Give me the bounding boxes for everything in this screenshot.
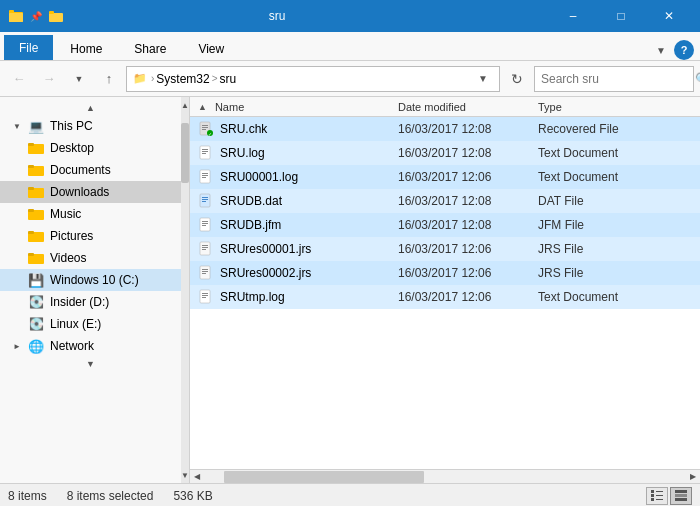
h-scroll-right-button[interactable]: ▶ xyxy=(686,470,700,484)
sidebar-label-music: Music xyxy=(50,207,81,221)
file-icon-jfm xyxy=(198,217,214,233)
sidebar-label-network: Network xyxy=(50,339,94,353)
col-date-label: Date modified xyxy=(398,101,466,113)
status-item-count: 8 items xyxy=(8,489,47,503)
svg-rect-42 xyxy=(202,245,208,246)
address-dropdown-button[interactable]: ▼ xyxy=(473,73,493,84)
recent-locations-button[interactable]: ▼ xyxy=(66,66,92,92)
this-pc-icon: 💻 xyxy=(28,118,44,134)
svg-rect-8 xyxy=(28,143,34,146)
drive-e-icon: 💽 xyxy=(28,316,44,332)
sidebar-item-pictures[interactable]: Pictures xyxy=(0,225,181,247)
svg-rect-14 xyxy=(28,209,34,212)
main-area: ▲ ▼ 💻 This PC Desktop xyxy=(0,97,700,483)
file-column-headers: ▲ Name Date modified Type xyxy=(190,97,700,117)
sidebar-item-documents[interactable]: Documents xyxy=(0,159,181,181)
sidebar-item-downloads[interactable]: Downloads xyxy=(0,181,181,203)
sidebar-item-insider-d[interactable]: 💽 Insider (D:) xyxy=(0,291,181,313)
svg-rect-48 xyxy=(202,273,206,274)
sidebar-item-network[interactable]: ► 🌐 Network xyxy=(0,335,181,357)
h-scroll-left-button[interactable]: ◀ xyxy=(190,470,204,484)
sidebar-scroll-down-button[interactable]: ▼ xyxy=(181,467,189,483)
svg-rect-50 xyxy=(202,293,208,294)
col-header-type[interactable]: Type xyxy=(530,99,700,115)
tab-view[interactable]: View xyxy=(183,37,239,60)
file-row-0[interactable]: ✓ SRU.chk 16/03/2017 12:08 Recovered Fil… xyxy=(190,117,700,141)
file-row-4[interactable]: SRUDB.jfm 16/03/2017 12:08 JFM File xyxy=(190,213,700,237)
sidebar-item-videos[interactable]: Videos xyxy=(0,247,181,269)
up-button[interactable]: ↑ xyxy=(96,66,122,92)
file-type-2: Text Document xyxy=(530,170,700,184)
view-toggle-buttons xyxy=(646,487,692,505)
address-path[interactable]: 📁 › System32 > sru ▼ xyxy=(126,66,500,92)
svg-text:✓: ✓ xyxy=(208,131,212,137)
svg-rect-28 xyxy=(202,153,206,154)
sidebar-item-windows-c[interactable]: 💾 Windows 10 (C:) xyxy=(0,269,181,291)
svg-rect-47 xyxy=(202,271,208,272)
path-separator-left: › xyxy=(151,73,154,84)
svg-rect-22 xyxy=(202,129,206,130)
sidebar-scroll-thumb[interactable] xyxy=(181,123,189,183)
svg-rect-33 xyxy=(200,194,210,207)
file-row-3[interactable]: SRUDB.dat 16/03/2017 12:08 DAT File xyxy=(190,189,700,213)
forward-button[interactable]: → xyxy=(36,66,62,92)
drive-d-icon: 💽 xyxy=(28,294,44,310)
svg-rect-52 xyxy=(202,297,206,298)
svg-rect-51 xyxy=(202,295,208,296)
downloads-folder-icon xyxy=(28,184,44,200)
file-row-7[interactable]: SRUtmp.log 16/03/2017 12:06 Text Documen… xyxy=(190,285,700,309)
maximize-button[interactable]: □ xyxy=(598,0,644,32)
tab-home[interactable]: Home xyxy=(55,37,117,60)
view-list-button[interactable] xyxy=(670,487,692,505)
help-button[interactable]: ? xyxy=(674,40,694,60)
svg-rect-59 xyxy=(675,490,687,493)
svg-rect-18 xyxy=(28,253,34,256)
h-scroll-thumb[interactable] xyxy=(224,471,424,483)
ribbon-collapse-icon[interactable]: ▼ xyxy=(656,45,666,56)
col-header-name[interactable]: ▲ Name xyxy=(190,99,390,115)
file-type-3: DAT File xyxy=(530,194,700,208)
sidebar-label-desktop: Desktop xyxy=(50,141,94,155)
view-details-button[interactable] xyxy=(646,487,668,505)
file-row-5[interactable]: SRUres00001.jrs 16/03/2017 12:06 JRS Fil… xyxy=(190,237,700,261)
sidebar-item-desktop[interactable]: Desktop xyxy=(0,137,181,159)
status-item-selected: 8 items selected xyxy=(67,489,154,503)
close-button[interactable]: ✕ xyxy=(646,0,692,32)
file-row-1[interactable]: SRU.log 16/03/2017 12:08 Text Document xyxy=(190,141,700,165)
tab-share[interactable]: Share xyxy=(119,37,181,60)
search-input[interactable] xyxy=(541,72,691,86)
file-name-6: SRUres00002.jrs xyxy=(190,265,390,281)
sidebar-scrollbar[interactable]: ▲ ▼ xyxy=(181,97,189,483)
file-row-6[interactable]: SRUres00002.jrs 16/03/2017 12:06 JRS Fil… xyxy=(190,261,700,285)
svg-rect-55 xyxy=(651,494,654,497)
horizontal-scrollbar: ◀ ▶ xyxy=(190,469,700,483)
svg-rect-30 xyxy=(202,173,208,174)
sidebar-item-this-pc[interactable]: ▼ 💻 This PC xyxy=(0,115,181,137)
file-icon-dat xyxy=(198,193,214,209)
file-date-2: 16/03/2017 12:06 xyxy=(390,170,530,184)
ribbon-more: ▼ ? xyxy=(656,40,700,60)
minimize-button[interactable]: – xyxy=(550,0,596,32)
svg-rect-10 xyxy=(28,165,34,168)
sidebar-label-documents: Documents xyxy=(50,163,111,177)
file-row-2[interactable]: SRU00001.log 16/03/2017 12:06 Text Docum… xyxy=(190,165,700,189)
status-item-size: 536 KB xyxy=(173,489,212,503)
sidebar-scroll-down-arrow[interactable]: ▼ xyxy=(0,357,181,371)
name-sort-icon: ▲ xyxy=(198,102,207,112)
sidebar-item-music[interactable]: Music xyxy=(0,203,181,225)
back-button[interactable]: ← xyxy=(6,66,32,92)
svg-rect-40 xyxy=(202,225,206,226)
svg-rect-49 xyxy=(200,290,210,303)
svg-rect-29 xyxy=(200,170,210,183)
file-name-0: ✓ SRU.chk xyxy=(190,121,390,137)
sidebar-item-linux-e[interactable]: 💽 Linux (E:) xyxy=(0,313,181,335)
sidebar-scroll-up-arrow[interactable]: ▲ xyxy=(0,101,181,115)
svg-rect-43 xyxy=(202,247,208,248)
sidebar-scroll-up-button[interactable]: ▲ xyxy=(181,97,189,113)
tab-file[interactable]: File xyxy=(4,35,53,60)
sidebar-label-insider-d: Insider (D:) xyxy=(50,295,109,309)
col-header-date[interactable]: Date modified xyxy=(390,99,530,115)
file-date-4: 16/03/2017 12:08 xyxy=(390,218,530,232)
refresh-button[interactable]: ↻ xyxy=(504,66,530,92)
search-icon[interactable]: 🔍 xyxy=(695,72,700,86)
